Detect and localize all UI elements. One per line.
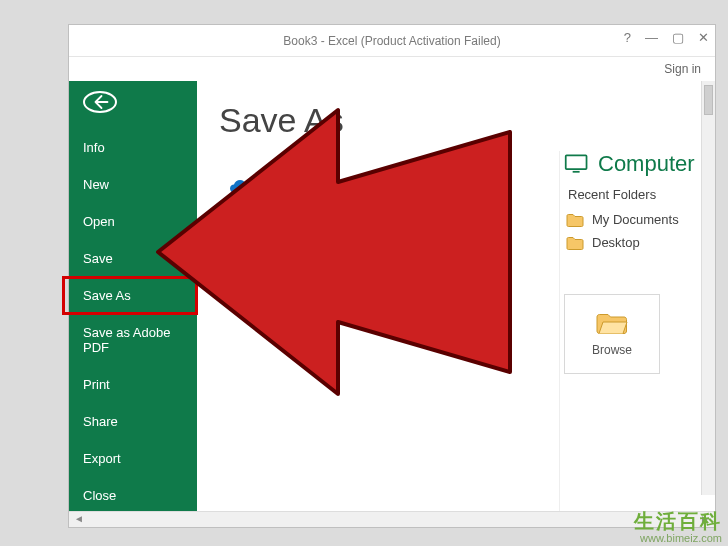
onedrive-icon	[227, 174, 259, 202]
page-title: Save As	[219, 101, 709, 140]
svg-rect-2	[234, 234, 240, 236]
location-label: OneDrive	[273, 180, 332, 196]
sidebar-item-new[interactable]: New	[69, 166, 197, 203]
sidebar-item-save[interactable]: Save	[69, 240, 197, 277]
vertical-scrollbar[interactable]	[701, 81, 715, 495]
right-panel-heading-row: Computer	[564, 151, 709, 177]
sidebar-item-save-as[interactable]: Save As	[63, 277, 197, 314]
close-button[interactable]: ✕	[698, 30, 709, 45]
location-onedrive[interactable]: OneDrive	[219, 164, 459, 212]
location-list: OneDrive Computer	[219, 164, 459, 260]
app-window: Book3 - Excel (Product Activation Failed…	[68, 24, 716, 528]
watermark-url: www.bimeiz.com	[634, 532, 722, 544]
sidebar-item-label: Save as Adobe PDF	[83, 325, 170, 355]
svg-rect-3	[238, 244, 246, 246]
backstage-body: Info New Open Save Save As Save as Adobe…	[69, 81, 709, 511]
save-as-content: Save As OneDrive Computer	[197, 81, 709, 511]
minimize-button[interactable]: —	[645, 30, 658, 45]
recent-folder-label: Desktop	[592, 235, 640, 250]
recent-folder-label: My Documents	[592, 212, 679, 227]
window-controls: ? — ▢ ✕	[624, 30, 709, 45]
computer-icon	[564, 153, 590, 175]
sidebar-item-close[interactable]: Close	[69, 477, 197, 514]
recent-folder-desktop[interactable]: Desktop	[564, 231, 709, 254]
scrollbar-thumb[interactable]	[704, 85, 713, 115]
svg-rect-1	[234, 230, 240, 232]
sidebar-item-label: New	[83, 177, 109, 192]
signin-row: Sign in	[69, 57, 715, 81]
right-panel-heading: Computer	[598, 151, 695, 177]
folder-open-icon	[595, 311, 629, 337]
sidebar-item-label: Share	[83, 414, 118, 429]
computer-icon	[227, 222, 259, 250]
backstage-sidebar: Info New Open Save Save As Save as Adobe…	[69, 81, 197, 511]
sidebar-item-share[interactable]: Share	[69, 403, 197, 440]
sidebar-item-print[interactable]: Print	[69, 366, 197, 403]
svg-rect-0	[230, 226, 254, 242]
svg-rect-4	[566, 155, 587, 169]
sidebar-item-label: Info	[83, 140, 105, 155]
browse-label: Browse	[592, 343, 632, 357]
right-panel: Computer Recent Folders My Documents Des…	[559, 151, 709, 511]
window-title: Book3 - Excel (Product Activation Failed…	[283, 34, 500, 48]
sidebar-item-label: Save As	[83, 288, 131, 303]
titlebar: Book3 - Excel (Product Activation Failed…	[69, 25, 715, 57]
browse-button[interactable]: Browse	[564, 294, 660, 374]
sidebar-item-open[interactable]: Open	[69, 203, 197, 240]
watermark: 生活百科 www.bimeiz.com	[634, 510, 722, 544]
scroll-left-arrow-icon[interactable]: ◄	[71, 513, 87, 527]
svg-rect-5	[573, 171, 580, 173]
folder-icon	[566, 236, 584, 250]
signin-link[interactable]: Sign in	[664, 62, 701, 76]
horizontal-scrollbar[interactable]: ◄ ►	[69, 511, 715, 527]
sidebar-item-save-as-adobe-pdf[interactable]: Save as Adobe PDF	[69, 314, 197, 366]
restore-button[interactable]: ▢	[672, 30, 684, 45]
sidebar-item-label: Open	[83, 214, 115, 229]
back-button[interactable]	[83, 91, 117, 113]
sidebar-item-info[interactable]: Info	[69, 129, 197, 166]
watermark-cn: 生活百科	[634, 510, 722, 532]
sidebar-item-label: Print	[83, 377, 110, 392]
sidebar-item-export[interactable]: Export	[69, 440, 197, 477]
help-icon[interactable]: ?	[624, 30, 631, 45]
folder-icon	[566, 213, 584, 227]
sidebar-item-label: Close	[83, 488, 116, 503]
back-arrow-icon	[91, 93, 109, 111]
sidebar-item-label: Save	[83, 251, 113, 266]
sidebar-item-label: Export	[83, 451, 121, 466]
recent-folder-my-documents[interactable]: My Documents	[564, 208, 709, 231]
recent-folders-heading: Recent Folders	[568, 187, 709, 202]
location-computer[interactable]: Computer	[219, 212, 459, 260]
